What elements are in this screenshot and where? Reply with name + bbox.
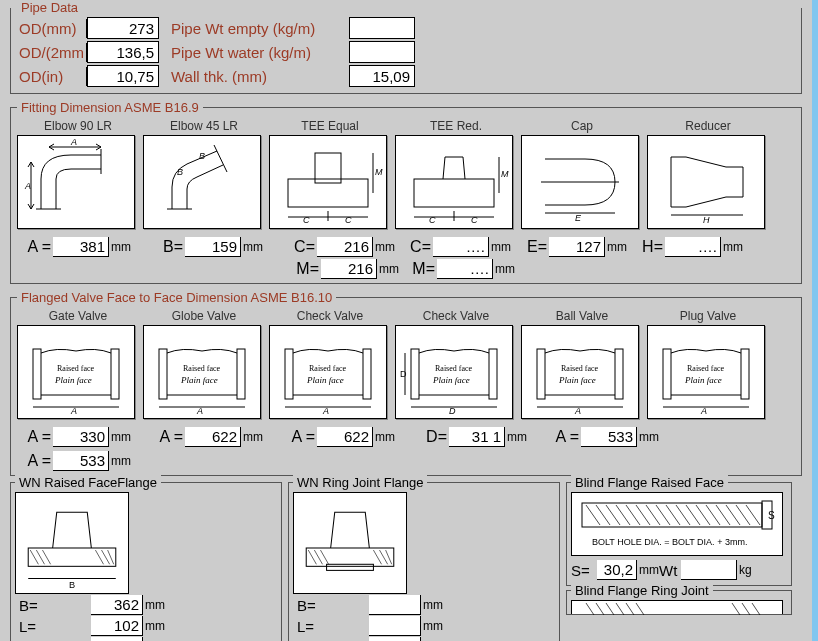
svg-rect-31 — [33, 349, 41, 399]
flange-field-label: B= — [297, 597, 369, 614]
valve-dim-value[interactable]: 533 — [581, 427, 637, 447]
tee-equal-drawing: C C M — [269, 135, 387, 229]
svg-rect-32 — [111, 349, 119, 399]
flange-field-value[interactable] — [369, 637, 421, 641]
valve-dim-label: A = — [25, 428, 53, 446]
e-unit: mm — [605, 240, 633, 254]
flange-field-value[interactable] — [369, 616, 421, 636]
b-value[interactable]: 159 — [185, 237, 241, 257]
pipe-wt-empty-value[interactable] — [349, 17, 415, 39]
tee-equal-caption: TEE Equal — [301, 119, 358, 133]
m-red-value[interactable]: …. — [437, 259, 493, 279]
wn-rj-flange-group: WN Ring Joint Flange B=mmL=mmNo.of BoltB… — [288, 482, 560, 641]
svg-text:E: E — [575, 213, 582, 223]
pipe-wt-water-value[interactable] — [349, 41, 415, 63]
elbow-45-drawing: B B — [143, 135, 261, 229]
svg-text:B: B — [69, 580, 75, 590]
reducer-item: Reducer H — [647, 119, 765, 229]
valve-dim-value[interactable]: 622 — [185, 427, 241, 447]
cap-drawing: E — [521, 135, 639, 229]
svg-line-109 — [606, 603, 614, 615]
valve-caption: Globe Valve — [172, 309, 236, 323]
svg-line-111 — [626, 603, 634, 615]
flange-field-unit: mm — [421, 619, 443, 633]
s-value[interactable]: 30,2 — [597, 560, 637, 580]
m-eq-value[interactable]: 216 — [321, 259, 377, 279]
cap-item: Cap E — [521, 119, 639, 229]
flange-field-value[interactable]: 102 — [91, 616, 143, 636]
valve-dim-label: D= — [421, 428, 449, 446]
svg-rect-58 — [615, 349, 623, 399]
svg-text:Raised face: Raised face — [687, 364, 725, 373]
elbow-90-caption: Elbow 90 LR — [44, 119, 112, 133]
svg-text:A: A — [70, 406, 77, 415]
c-eq-unit: mm — [373, 240, 401, 254]
svg-rect-44 — [363, 349, 371, 399]
flange-field-value[interactable] — [369, 595, 421, 615]
tee-red-item: TEE Red. C C M — [395, 119, 513, 229]
svg-text:C: C — [303, 215, 310, 225]
fitting-group: Fitting Dimension ASME B16.9 Elbow 90 LR… — [10, 100, 802, 284]
svg-line-107 — [586, 603, 594, 615]
flange-field-value[interactable]: 12 — [91, 637, 143, 641]
c-red-value[interactable]: …. — [433, 237, 489, 257]
flange-field-unit: mm — [421, 598, 443, 612]
blind-rj-legend: Blind Flange Ring Joint — [571, 583, 713, 598]
svg-text:A: A — [322, 406, 329, 415]
reducer-drawing: H — [647, 135, 765, 229]
valve-dim-value[interactable]: 622 — [317, 427, 373, 447]
svg-text:Plain face: Plain face — [558, 375, 596, 385]
wn-rj-legend: WN Ring Joint Flange — [293, 475, 427, 490]
valve-group: Flanged Valve Face to Face Dimension ASM… — [10, 290, 802, 476]
wall-thk-label: Wall thk. (mm) — [159, 68, 349, 85]
svg-text:Raised face: Raised face — [183, 364, 221, 373]
s-label: S= — [571, 562, 597, 579]
svg-line-74 — [42, 550, 50, 564]
valve-dim-value[interactable]: 31 1 — [449, 427, 505, 447]
blind-rj-group: Blind Flange Ring Joint — [566, 590, 792, 615]
od-in-value[interactable]: 10,75 — [87, 65, 159, 87]
valve-item: Check ValveRaised facePlain faceDD — [395, 309, 513, 419]
wall-thk-value[interactable]: 15,09 — [349, 65, 415, 87]
svg-rect-63 — [663, 349, 671, 399]
valve-dim-value[interactable]: 330 — [53, 427, 109, 447]
valve-dim-value[interactable]: 533 — [53, 451, 109, 471]
wt-unit: kg — [737, 563, 759, 577]
fitting-legend: Fitting Dimension ASME B16.9 — [17, 100, 203, 115]
svg-line-108 — [596, 603, 604, 615]
svg-line-72 — [30, 550, 38, 564]
od-mm-label: OD(mm) — [17, 19, 87, 38]
svg-line-82 — [320, 550, 328, 564]
elbow-45-item: Elbow 45 LR B B — [143, 119, 261, 229]
od-half-value[interactable]: 136,5 — [87, 41, 159, 63]
a-value[interactable]: 381 — [53, 237, 109, 257]
svg-text:Raised face: Raised face — [309, 364, 347, 373]
svg-text:M: M — [375, 167, 383, 177]
svg-line-80 — [308, 550, 316, 564]
svg-text:A: A — [574, 406, 581, 415]
svg-rect-19 — [414, 179, 494, 207]
valve-item: Ball ValveRaised facePlain faceA — [521, 309, 639, 419]
e-value[interactable]: 127 — [549, 237, 605, 257]
wt-value[interactable] — [681, 560, 737, 580]
svg-text:B: B — [199, 151, 205, 161]
valve-dim-label: A = — [157, 428, 185, 446]
wn-rj-drawing — [293, 492, 407, 594]
svg-text:H: H — [703, 215, 710, 225]
h-value[interactable]: …. — [665, 237, 721, 257]
svg-text:Raised face: Raised face — [435, 364, 473, 373]
wt-label: Wt — [659, 562, 681, 579]
reducer-caption: Reducer — [685, 119, 730, 133]
blind-rf-legend: Blind Flange Raised Face — [571, 475, 728, 490]
svg-line-110 — [616, 603, 624, 615]
svg-rect-49 — [411, 349, 419, 399]
c-eq-value[interactable]: 216 — [317, 237, 373, 257]
b-label: B= — [157, 238, 185, 256]
svg-line-75 — [95, 550, 103, 564]
svg-text:C: C — [429, 215, 436, 225]
svg-rect-43 — [285, 349, 293, 399]
h-label: H= — [637, 238, 665, 256]
flange-field-value[interactable]: 362 — [91, 595, 143, 615]
c-red-label: C= — [405, 238, 433, 256]
od-mm-value[interactable]: 273 — [87, 17, 159, 39]
